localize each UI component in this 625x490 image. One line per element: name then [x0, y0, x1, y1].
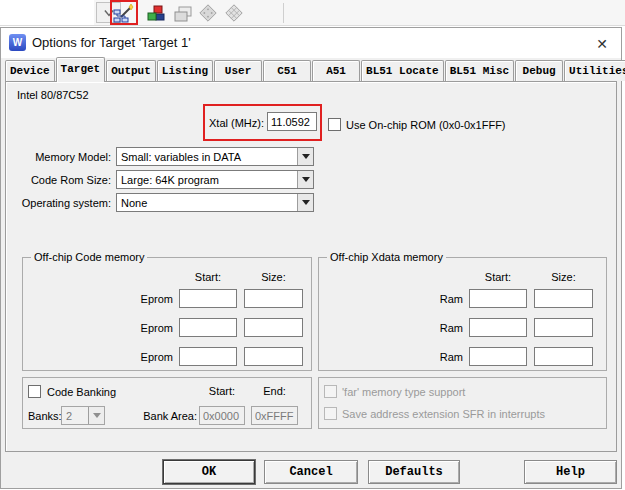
tab-listing[interactable]: Listing [157, 60, 213, 81]
tab-bl51-misc[interactable]: BL51 Misc [445, 60, 514, 81]
code-start-header: Start: [179, 271, 237, 283]
diamond-mesh-icon[interactable] [223, 3, 245, 23]
use-onchip-rom-checkbox[interactable] [328, 118, 341, 131]
save-sfr-checkbox [324, 407, 337, 420]
bank-start-header: Start: [199, 385, 245, 397]
operating-system-value: None [117, 197, 297, 209]
bank-area-end-input [251, 406, 298, 425]
code-banking-label: Code Banking [47, 386, 116, 398]
xtal-input[interactable] [267, 112, 317, 131]
code-size-header: Size: [244, 271, 303, 283]
banks-value: 2 [62, 410, 88, 422]
ram-row-label: Ram [409, 293, 463, 305]
tab-a51[interactable]: A51 [312, 60, 360, 81]
screen: W Options for Target 'Target 1' ✕ Device… [0, 0, 625, 490]
tab-bl51-locate[interactable]: BL51 Locate [361, 60, 444, 81]
ram-size-input-1[interactable] [534, 289, 593, 308]
ok-button[interactable]: OK [163, 460, 255, 484]
chevron-down-icon[interactable] [297, 148, 313, 165]
device-name-label: Intel 80/87C52 [17, 89, 89, 101]
target-combobox-remnant [0, 0, 94, 25]
dialog-titlebar: W Options for Target 'Target 1' ✕ [1, 28, 621, 58]
tab-target[interactable]: Target [56, 57, 106, 82]
eprom-row-label: Eprom [119, 293, 173, 305]
ram-size-input-2[interactable] [534, 318, 593, 337]
memory-model-select[interactable]: Small: variables in DATA [116, 147, 314, 166]
tab-output[interactable]: Output [106, 60, 156, 81]
operating-system-select[interactable]: None [116, 193, 314, 212]
eprom-start-input-3[interactable] [179, 347, 237, 366]
far-options-group [318, 377, 607, 429]
eprom-size-input-3[interactable] [244, 347, 303, 366]
app-toolbar [0, 0, 625, 26]
eprom-row-label: Eprom [119, 351, 173, 363]
eprom-start-input-1[interactable] [179, 289, 237, 308]
memory-model-value: Small: variables in DATA [117, 151, 297, 163]
code-banking-checkbox[interactable] [28, 385, 41, 398]
ram-start-input-2[interactable] [469, 318, 527, 337]
tab-c51[interactable]: C51 [263, 60, 311, 81]
use-onchip-rom-label: Use On-chip ROM (0x0-0x1FFF) [346, 119, 506, 131]
save-sfr-label: Save address extension SFR in interrupts [342, 408, 545, 420]
close-icon[interactable]: ✕ [589, 32, 615, 55]
eprom-size-input-2[interactable] [244, 318, 303, 337]
tab-debug[interactable]: Debug [515, 60, 563, 81]
dialog-title: Options for Target 'Target 1' [32, 35, 191, 50]
bank-end-header: End: [251, 385, 298, 397]
window-stack-icon[interactable] [171, 4, 193, 23]
ram-start-input-1[interactable] [469, 289, 527, 308]
manage-project-blocks-icon[interactable] [145, 3, 167, 23]
banks-label: Banks: [28, 410, 62, 422]
banks-select: 2 [61, 406, 105, 425]
far-memory-label: 'far' memory type support [342, 386, 465, 398]
uvision-logo-icon: W [9, 34, 26, 51]
chevron-down-icon[interactable] [297, 171, 313, 188]
eprom-start-input-2[interactable] [179, 318, 237, 337]
eprom-row-label: Eprom [119, 322, 173, 334]
cancel-button[interactable]: Cancel [264, 460, 358, 484]
ram-start-input-3[interactable] [469, 347, 527, 366]
ram-size-input-3[interactable] [534, 347, 593, 366]
options-for-target-dialog: W Options for Target 'Target 1' ✕ Device… [0, 27, 622, 489]
diamond-icon[interactable] [197, 3, 219, 23]
offchip-xdata-memory-title: Off-chip Xdata memory [327, 251, 446, 263]
toolbar-separator [283, 3, 284, 23]
operating-system-label: Operating system: [11, 197, 111, 209]
eprom-size-input-1[interactable] [244, 289, 303, 308]
xdata-size-header: Size: [534, 271, 593, 283]
ram-row-label: Ram [409, 351, 463, 363]
code-rom-size-label: Code Rom Size: [11, 174, 111, 186]
tab-device[interactable]: Device [5, 60, 55, 81]
bank-area-start-input [199, 406, 245, 425]
xtal-label: Xtal (MHz): [206, 117, 264, 129]
memory-model-label: Memory Model: [11, 151, 111, 163]
ram-row-label: Ram [409, 322, 463, 334]
tab-utilities[interactable]: Utilities [564, 60, 625, 81]
chevron-down-icon[interactable] [297, 194, 313, 211]
xdata-start-header: Start: [469, 271, 527, 283]
code-rom-size-value: Large: 64K program [117, 174, 297, 186]
far-memory-checkbox [324, 385, 337, 398]
help-button[interactable]: Help [524, 460, 617, 484]
tab-strip: Device Target Output Listing User C51 A5… [5, 57, 625, 81]
bank-area-label: Bank Area: [137, 410, 197, 422]
code-rom-size-select[interactable]: Large: 64K program [116, 170, 314, 189]
defaults-button[interactable]: Defaults [368, 460, 460, 484]
tab-user[interactable]: User [214, 60, 262, 81]
chevron-down-icon [88, 407, 104, 424]
options-for-target-wand-icon[interactable] [113, 3, 135, 23]
offchip-code-memory-title: Off-chip Code memory [31, 251, 147, 263]
